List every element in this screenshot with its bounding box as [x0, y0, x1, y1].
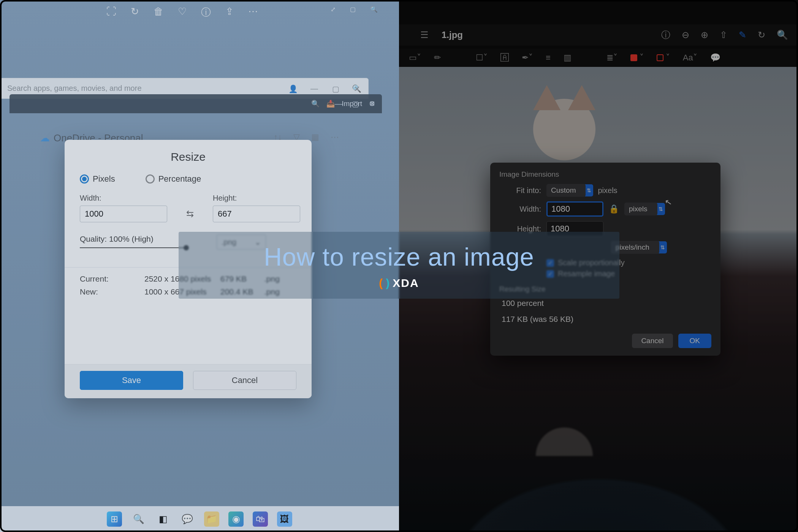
close-icon[interactable]: ✕: [348, 84, 365, 93]
slideshow-icon[interactable]: ▢: [350, 6, 356, 13]
radio-pixels[interactable]: Pixels: [80, 174, 115, 184]
search-icon[interactable]: 🔍: [311, 100, 320, 108]
share-icon[interactable]: ⇪: [225, 6, 234, 19]
ok-button[interactable]: OK: [678, 334, 711, 348]
taskview-icon[interactable]: ◧: [155, 511, 171, 527]
dialog-title: Resize: [80, 150, 296, 163]
info-icon[interactable]: ⓘ: [661, 29, 670, 41]
adjust-size-icon[interactable]: ▥: [564, 53, 572, 63]
filename: 1.jpg: [442, 30, 463, 40]
section-dimensions: Image Dimensions: [499, 170, 711, 179]
markup-toolbar: ▭˅ ✏ ☐˅ 🄰 ✒˅ ≡ ▥ ≣˅ ˅ ˅ Aa˅ 💬: [399, 49, 798, 67]
width-input[interactable]: [80, 206, 167, 222]
cloud-icon: ☁: [40, 132, 50, 144]
fit-into-unit: pixels: [598, 186, 617, 195]
font-icon[interactable]: Aa˅: [683, 53, 697, 63]
save-button[interactable]: Save: [80, 371, 183, 390]
minimize-icon[interactable]: —: [331, 100, 346, 108]
close-icon[interactable]: ✕: [364, 99, 380, 108]
rotate-icon[interactable]: ↻: [758, 30, 765, 40]
article-title: How to resize an image: [194, 242, 604, 271]
photos-toolbar-right: ⤢ ▢ 🔍: [331, 6, 378, 13]
link-aspect-icon[interactable]: ⇆: [186, 209, 194, 219]
info-icon[interactable]: ⓘ: [201, 6, 211, 19]
result-percent: 100 percent: [502, 299, 711, 308]
chat-icon[interactable]: 💬: [180, 511, 195, 527]
annotate-icon[interactable]: 💬: [710, 53, 720, 63]
unit-select[interactable]: pixels: [624, 203, 657, 215]
xda-logo: () XDA: [194, 277, 604, 290]
height-input[interactable]: [213, 206, 300, 222]
chevron-updown-icon: ⇅: [659, 241, 667, 253]
markup-icon[interactable]: ✎: [739, 30, 746, 40]
current-label: Current:: [80, 274, 144, 283]
line-weight-icon[interactable]: ≣˅: [606, 53, 618, 63]
edge-icon[interactable]: ◉: [228, 511, 244, 527]
radio-percentage[interactable]: Percentage: [146, 174, 201, 184]
width-label: Width:: [499, 205, 541, 214]
maximize-icon[interactable]: ▢: [327, 84, 344, 93]
cancel-button[interactable]: Cancel: [632, 334, 673, 348]
stroke-color-icon[interactable]: ˅: [630, 53, 644, 63]
fill-color-icon[interactable]: ˅: [657, 53, 670, 63]
width-input[interactable]: [546, 201, 603, 217]
chevron-updown-icon: ⇅: [657, 203, 665, 215]
expand-icon[interactable]: ⤢: [331, 6, 336, 13]
delete-icon[interactable]: 🗑: [154, 6, 163, 19]
shapes-icon[interactable]: ☐˅: [476, 53, 488, 63]
store-icon[interactable]: 🛍: [253, 511, 268, 527]
search-icon[interactable]: 🔍: [370, 6, 378, 13]
zoom-in-icon[interactable]: ⊕: [701, 30, 708, 40]
adjust-color-icon[interactable]: ≡: [546, 53, 551, 63]
quality-slider[interactable]: [80, 247, 186, 248]
fit-into-select[interactable]: Custom: [546, 184, 586, 197]
lock-icon[interactable]: 🔒: [609, 204, 619, 214]
zoom-fit-icon[interactable]: ⛶: [106, 6, 116, 19]
preview-titlebar: ☰ 1.jpg ⓘ ⊖ ⊕ ⇧ ✎ ↻ 🔍: [399, 24, 798, 46]
share-icon[interactable]: ⇧: [720, 30, 727, 40]
result-size: 117 KB (was 56 KB): [502, 315, 711, 324]
article-title-banner: How to resize an image () XDA: [179, 232, 619, 299]
width-label: Width:: [80, 194, 101, 202]
favorite-icon[interactable]: ♡: [178, 6, 187, 19]
fit-into-label: Fit into:: [499, 186, 541, 195]
chevron-updown-icon: ⇅: [585, 184, 593, 196]
radio-on-icon: [80, 174, 89, 184]
radio-pixels-label: Pixels: [93, 174, 115, 184]
search-icon[interactable]: 🔍: [777, 30, 788, 40]
sidebar-icon[interactable]: ☰: [420, 30, 429, 40]
start-icon[interactable]: ⊞: [107, 511, 122, 527]
windows-taskbar: ⊞ 🔍 ◧ 💬 📁 ◉ 🛍 🖼: [0, 506, 399, 532]
more-icon[interactable]: ⋯: [248, 6, 258, 19]
text-icon[interactable]: 🄰: [500, 53, 509, 63]
sign-icon[interactable]: ✒˅: [522, 53, 533, 63]
cancel-button[interactable]: Cancel: [193, 371, 296, 390]
select-icon[interactable]: ▭˅: [409, 53, 421, 63]
minimize-icon[interactable]: —: [306, 84, 323, 93]
search-icon[interactable]: 🔍: [131, 511, 146, 527]
radio-percentage-label: Percentage: [158, 174, 201, 184]
lasso-icon[interactable]: ✏: [434, 53, 441, 63]
radio-off-icon: [146, 174, 155, 184]
height-label: Height:: [213, 194, 237, 202]
zoom-out-icon[interactable]: ⊖: [682, 30, 689, 40]
image-content-reflection: [526, 414, 602, 456]
more-icon[interactable]: ⋯: [331, 132, 339, 142]
new-label: New:: [80, 287, 144, 296]
photos-toolbar: ⛶ ↻ 🗑 ♡ ⓘ ⇪ ⋯: [106, 6, 258, 19]
rotate-icon[interactable]: ↻: [131, 6, 139, 19]
explorer-icon[interactable]: 📁: [204, 511, 219, 527]
maximize-icon[interactable]: ▢: [348, 99, 363, 108]
grid-icon[interactable]: ▦: [311, 132, 319, 142]
photos-icon[interactable]: 🖼: [277, 511, 292, 527]
account-icon[interactable]: 👤: [285, 84, 301, 93]
app-secondary-bar: 🔍 📥 Import ⚙ — ▢ ✕: [10, 94, 382, 113]
